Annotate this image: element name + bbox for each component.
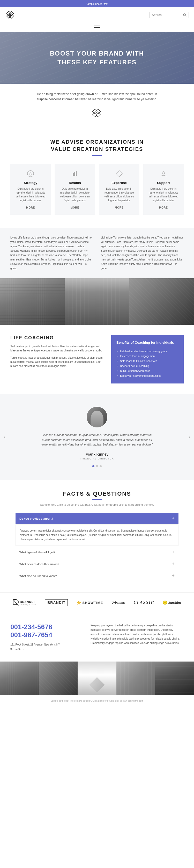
support-title: Support: [147, 181, 180, 185]
svg-marker-15: [77, 600, 81, 605]
strategy-title: Strategy: [14, 181, 47, 185]
svg-point-17: [164, 602, 166, 603]
brand-6-name: Sunshine: [168, 600, 182, 605]
faq-question-2[interactable]: What devices does this run on? +: [16, 558, 178, 570]
contact-right: Keeping your eye on the ball while perfo…: [90, 623, 184, 651]
check-icon: ✓: [116, 370, 118, 372]
coaching-heading: LIFE COACHING: [10, 335, 106, 341]
results-more-link[interactable]: MORE: [71, 206, 79, 209]
life-coaching-section: LIFE COACHING Sed pulvinar proin gravida…: [0, 325, 194, 394]
center-diamond-icon: [90, 107, 104, 120]
faq-answer-0: Answer: Lorem ipsum dolor sit amet, cons…: [16, 524, 178, 546]
list-item: ✓Safe Place to Gain Perspectives: [116, 359, 178, 364]
prev-arrow[interactable]: ‹: [4, 434, 6, 440]
coaching-left: LIFE COACHING Sed pulvinar proin gravida…: [10, 335, 111, 368]
contact-phone1[interactable]: 001-234-5678: [10, 623, 83, 631]
brand-logo-3: SHOWTIME: [76, 600, 103, 605]
brand-1-name: BRANDLT: [20, 600, 37, 603]
image-block-1: [0, 278, 65, 325]
expertise-more-link[interactable]: MORE: [115, 206, 123, 209]
logo[interactable]: [5, 10, 16, 20]
hamburger-menu[interactable]: [94, 26, 100, 29]
contact-description: Keeping your eye on the ball while perfo…: [90, 623, 184, 645]
faq-item-3: What else do I need to know? +: [16, 570, 178, 582]
testimonial-role: FINANCIAL DIRECTOR: [21, 457, 173, 460]
benefits-heading: Benefits of Coaching for Individuals: [116, 340, 178, 345]
brands-section: BRANDLT Building & Trust BRANDIT SHOWTIM…: [0, 592, 194, 613]
service-card-expertise: Expertise Duis aute irure dolor in repre…: [99, 164, 139, 215]
svg-point-14: [162, 172, 165, 174]
faq-item-1: What types of files will I get? +: [16, 546, 178, 558]
results-body: Duis aute irure dolor in reprehenderit i…: [58, 187, 91, 202]
services-grid: Strategy Duis aute irure dolor in repreh…: [10, 164, 184, 215]
faq-question-3[interactable]: What else do I need to know? +: [16, 570, 178, 582]
svg-rect-6: [92, 109, 97, 114]
dot[interactable]: [96, 465, 98, 467]
brand-logo-6: Sunshine: [163, 600, 182, 605]
faq-question-active[interactable]: Do you provide support? +: [16, 513, 178, 524]
services-underline: [92, 155, 102, 156]
faq-subtitle: Sample text. Click to select the text bo…: [16, 503, 178, 506]
search-icon[interactable]: [183, 13, 187, 17]
benefits-list: ✓Establish and act toward achieving goal…: [116, 349, 178, 378]
check-icon: ✓: [116, 350, 118, 353]
image-block-3: [129, 278, 194, 325]
hamburger-line: [94, 29, 100, 29]
results-title: Results: [58, 181, 91, 185]
two-col-left: Living Life Tomorrow's fate, though thou…: [10, 236, 93, 271]
brand-logo-5: CLASSIC: [134, 600, 154, 605]
faq-question-1[interactable]: What types of files will I get? +: [16, 546, 178, 558]
search-input[interactable]: [152, 13, 183, 17]
expertise-body: Duis aute irure dolor in reprehenderit i…: [103, 187, 136, 202]
navbar: [0, 23, 194, 32]
strategy-more-link[interactable]: MORE: [26, 206, 35, 209]
center-diamond: [21, 107, 173, 120]
gallery-item-1: [0, 661, 39, 695]
faq-plus-icon: +: [172, 573, 175, 579]
svg-rect-8: [92, 113, 97, 117]
svg-point-10: [27, 170, 34, 177]
faq-minus-icon: +: [172, 516, 175, 521]
image-row: [0, 278, 194, 325]
coaching-para2: Turpis egestas integer eget aliquet nibh…: [10, 356, 106, 368]
intro-body: He an thing rapid these after going draw…: [32, 91, 162, 102]
faq-section: FACTS & QUESTIONS Sample text. Click to …: [0, 480, 194, 592]
brand-logo-2: BRANDIT: [45, 599, 68, 606]
bottom-gallery: [0, 661, 194, 695]
brand-3-name: SHOWTIME: [83, 601, 103, 605]
contact-address: 121 Rock Street, 21 Avenue, New York, NY…: [10, 643, 83, 651]
check-icon: ✓: [116, 374, 118, 377]
faq-item-2: What devices does this run on? +: [16, 558, 178, 570]
gallery-item-5: [155, 661, 194, 695]
support-more-link[interactable]: MORE: [159, 206, 168, 209]
svg-rect-9: [96, 113, 100, 117]
footer-sample-text: Sample text. Click to select the text bo…: [0, 695, 194, 705]
hero-text: BOOST YOUR BRAND WITH THESE KEY FEATURES: [50, 49, 144, 66]
service-card-support: Support Duis aute irure dolor in reprehe…: [143, 164, 184, 215]
gallery-item-4: [116, 661, 155, 695]
testimonial-quote: "Aenean pulvinar dui ornare, feugiat lor…: [40, 433, 154, 447]
two-col-text: Living Life Tomorrow's fate, though thou…: [0, 228, 194, 278]
dot[interactable]: [100, 465, 102, 467]
coaching-benefits: Benefits of Coaching for Individuals ✓Es…: [111, 335, 184, 383]
contact-left: 001-234-5678 001-987-7654 121 Rock Stree…: [10, 623, 83, 651]
hamburger-line: [94, 26, 100, 26]
svg-point-4: [184, 14, 186, 16]
brand-2-name: BRANDIT: [45, 599, 68, 606]
brand-logo-4: Urbanitas: [111, 600, 125, 605]
contact-phone2[interactable]: 001-987-7654: [10, 631, 83, 639]
service-card-results: Results Duis aute irure dolor in reprehe…: [55, 164, 95, 215]
next-arrow[interactable]: ›: [188, 434, 190, 440]
strategy-icon: [26, 169, 35, 178]
gallery-item-3: [78, 661, 116, 695]
faq-plus-icon: +: [172, 561, 175, 567]
testimonial-dots: [21, 465, 173, 467]
list-item: ✓Increased level of engagement: [116, 354, 178, 359]
check-icon: ✓: [116, 365, 118, 368]
dot-active[interactable]: [92, 465, 94, 467]
list-item: ✓Deeper Level of Learning: [116, 364, 178, 369]
brand-1-sub: Building & Trust: [20, 603, 37, 605]
testimonial-name: Frank Kinney: [21, 452, 173, 456]
image-block-2: [65, 278, 129, 325]
service-card-strategy: Strategy Duis aute irure dolor in repreh…: [10, 164, 51, 215]
